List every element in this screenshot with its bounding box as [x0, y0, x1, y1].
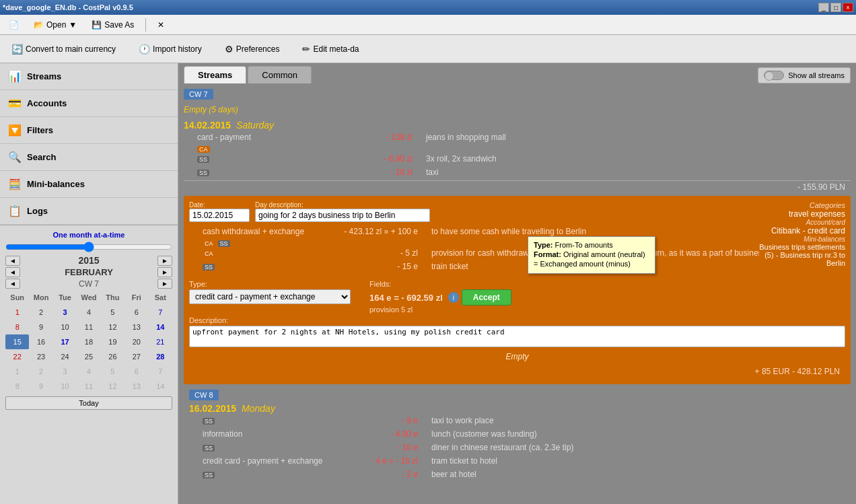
calendar-day[interactable]: 14: [149, 379, 172, 394]
edit-tx-train[interactable]: SS - 15 e train ticket: [189, 261, 845, 275]
tx-row-diner[interactable]: SS - 16 e diner in chinese restaurant (c…: [189, 442, 845, 456]
calendar-day[interactable]: 25: [77, 349, 100, 364]
tx-desc: lunch (customer was funding): [431, 429, 845, 439]
calendar-day[interactable]: 23: [29, 349, 52, 364]
tab-common[interactable]: Common: [248, 66, 312, 83]
tooltip-format-value: Original amount (neutral): [563, 250, 645, 258]
cw-next-button[interactable]: ►: [157, 279, 172, 289]
mini-bal-item-business[interactable]: Business trips settlements: [759, 243, 845, 251]
calendar-day[interactable]: 8: [5, 379, 29, 394]
close-button[interactable]: ×: [843, 3, 853, 12]
calendar-day[interactable]: 9: [29, 320, 52, 334]
calendar-day[interactable]: 4: [77, 305, 100, 320]
new-menu-item[interactable]: 📄: [3, 18, 25, 32]
sidebar-item-search[interactable]: 🔍 Search: [0, 144, 178, 171]
today-button[interactable]: Today: [5, 396, 172, 410]
calendar-day[interactable]: 17: [53, 334, 77, 349]
date-input[interactable]: [189, 209, 250, 222]
calendar-day[interactable]: 6: [124, 364, 148, 379]
calendar-day[interactable]: 7: [149, 305, 172, 320]
tx-amount: - 423.12 zl » + 100 e: [324, 227, 431, 236]
open-menu-item[interactable]: 📂 Open ▼: [28, 18, 83, 32]
calendar-day[interactable]: 1: [5, 364, 29, 379]
calendar-day[interactable]: 15: [5, 334, 29, 349]
sidebar-item-streams[interactable]: 📊 Streams: [0, 63, 178, 90]
calendar-day[interactable]: 24: [53, 349, 77, 364]
month-prev-button[interactable]: ◄: [5, 267, 20, 277]
mini-bal-item-trip[interactable]: (5) - Business trip nr.3 toBerlin: [759, 251, 845, 267]
calendar-day[interactable]: 22: [5, 349, 29, 364]
calendar-day[interactable]: 14: [149, 320, 172, 334]
cw-prev-button[interactable]: ◄: [5, 279, 20, 289]
transaction-row-roll[interactable]: SS - 6.90 zl 3x roll, 2x sandwich: [184, 153, 851, 167]
calendar-day[interactable]: 2: [29, 364, 52, 379]
calendar-day[interactable]: 5: [101, 305, 124, 320]
tx-row-taxi-work[interactable]: SS - 8 e taxi to work place: [189, 415, 845, 429]
show-all-toggle[interactable]: [764, 71, 784, 80]
calendar-day[interactable]: 1: [5, 305, 29, 320]
calendar-day[interactable]: 11: [77, 320, 100, 334]
calendar-day[interactable]: 7: [149, 364, 172, 379]
calendar-day[interactable]: 3: [53, 364, 77, 379]
calendar-day[interactable]: 10: [53, 379, 77, 394]
calendar-nav-label[interactable]: One month at-a-time: [5, 231, 172, 239]
calendar-day[interactable]: 13: [124, 379, 148, 394]
calendar-day[interactable]: 5: [101, 364, 124, 379]
edit-tx-withdrawal[interactable]: cash withdrawal + exchange - 423.12 zl »…: [189, 226, 845, 240]
info-icon[interactable]: i: [448, 292, 459, 303]
edit-meta-button[interactable]: ✏ Edit meta-da: [296, 40, 365, 58]
calendar-day[interactable]: 28: [149, 349, 172, 364]
tx-desc: jeans in shopping mall: [426, 133, 851, 142]
calendar-day[interactable]: 27: [124, 349, 148, 364]
sidebar-item-accounts[interactable]: 💳 Accounts: [0, 90, 178, 117]
calendar-day[interactable]: 9: [29, 379, 52, 394]
col-mon: Mon: [29, 290, 52, 305]
calendar-day[interactable]: 21: [149, 334, 172, 349]
minimize-button[interactable]: _: [818, 3, 829, 12]
calendar-day[interactable]: 3: [53, 305, 77, 320]
calendar-day[interactable]: 12: [101, 379, 124, 394]
convert-currency-button[interactable]: 🔄 Convert to main currency: [5, 40, 122, 58]
calendar-day[interactable]: 10: [53, 320, 77, 334]
calendar-day[interactable]: 19: [101, 334, 124, 349]
sidebar-item-logs[interactable]: 📋 Logs: [0, 198, 178, 225]
tab-streams[interactable]: Streams: [184, 66, 246, 83]
menu-bar: 📄 📂 Open ▼ 💾 Save As ✕: [0, 15, 856, 35]
show-all-streams-button[interactable]: Show all streams: [758, 67, 851, 83]
calendar-day[interactable]: 20: [124, 334, 148, 349]
calendar-day[interactable]: 18: [77, 334, 100, 349]
type-select[interactable]: credit card - payment + exchange cash wi…: [189, 289, 351, 304]
calendar-day[interactable]: 2: [29, 305, 52, 320]
maximize-button[interactable]: □: [830, 3, 841, 12]
month-next-button[interactable]: ►: [157, 267, 172, 277]
import-history-button[interactable]: 🕐 Import history: [133, 40, 208, 58]
tx-row-beer[interactable]: SS - 2 e beer at hotel: [189, 469, 845, 482]
edit-tx-provision[interactable]: CA - 5 zl provision for cash withdrawal,…: [189, 248, 845, 261]
year-prev-button[interactable]: ◄: [5, 256, 20, 266]
calendar-day[interactable]: 6: [124, 305, 148, 320]
close-menu-item[interactable]: ✕: [151, 18, 170, 32]
save-menu-item[interactable]: 💾 Save As: [85, 18, 140, 32]
calendar-day[interactable]: 12: [101, 320, 124, 334]
calendar-day[interactable]: 13: [124, 320, 148, 334]
day-desc-input[interactable]: [255, 209, 430, 222]
transaction-row-taxi[interactable]: SS - 10 zl taxi: [184, 167, 851, 180]
year-next-button[interactable]: ►: [157, 256, 172, 266]
accept-button[interactable]: Accept: [462, 289, 511, 305]
calendar-slider[interactable]: [5, 242, 172, 252]
category-item-travel[interactable]: travel expenses: [759, 209, 845, 219]
transaction-row-card-payment[interactable]: card - payment - 139 zl jeans in shoppin…: [184, 132, 851, 145]
preferences-button[interactable]: ⚙ Preferences: [219, 40, 286, 58]
tx-row-information[interactable]: information - 4.90 e lunch (customer was…: [189, 429, 845, 442]
calendar-day[interactable]: 26: [101, 349, 124, 364]
tx-amount: - 4.90 e: [324, 429, 431, 439]
tx-row-cc-exchange[interactable]: credit card - payment + exchange 4 e = -…: [189, 456, 845, 469]
account-label: Account/card: [759, 219, 845, 226]
sidebar-item-filters[interactable]: 🔽 Filters: [0, 117, 178, 144]
sidebar-item-mini-balances[interactable]: 🧮 Mini-balances: [0, 171, 178, 198]
calendar-day[interactable]: 8: [5, 320, 29, 334]
calendar-day[interactable]: 16: [29, 334, 52, 349]
desc-input[interactable]: upfront payment for 2 nights at NH Hotel…: [189, 326, 845, 347]
calendar-day[interactable]: 4: [77, 364, 100, 379]
calendar-day[interactable]: 11: [77, 379, 100, 394]
